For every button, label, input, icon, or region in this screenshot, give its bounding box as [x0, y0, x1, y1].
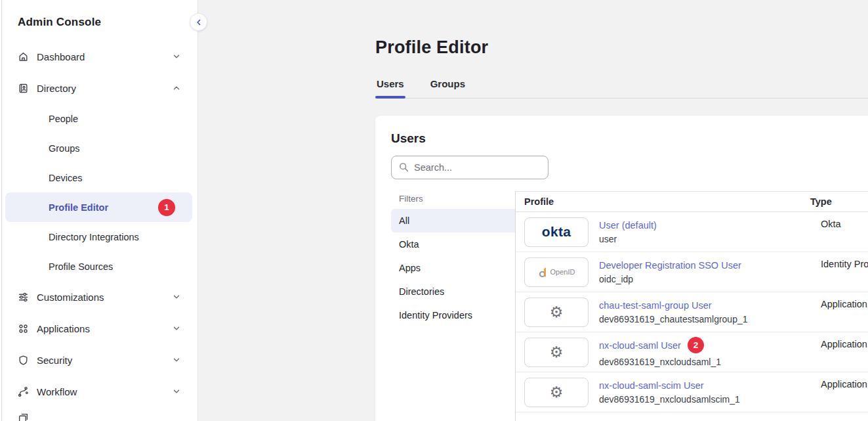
- sidebar: Admin Console Dashboard Directory People…: [0, 0, 198, 421]
- search-box: [391, 156, 548, 179]
- window-edge: [1, 0, 2, 421]
- table-row: ⚙ chau-test-saml-group User dev86931619_…: [516, 292, 868, 332]
- profile-logo-box: ⚙: [524, 378, 589, 407]
- filters-panel: Filters All Okta Apps Directories Identi…: [391, 191, 516, 421]
- sidebar-item-label: Workflow: [37, 386, 77, 397]
- profile-type: Application: [821, 299, 868, 309]
- sidebar-nav: Dashboard Directory People Groups Device…: [0, 29, 197, 421]
- openid-logo: OpenID: [538, 266, 575, 278]
- search-input[interactable]: [391, 156, 548, 179]
- gear-icon: ⚙: [550, 305, 564, 320]
- chevron-up-icon: [172, 83, 181, 93]
- step-badge-1: 1: [158, 199, 175, 216]
- profile-type: Identity Provider: [821, 259, 868, 269]
- sidebar-item-label: Profile Editor: [49, 202, 108, 213]
- home-icon: [18, 51, 29, 62]
- shield-icon: [18, 355, 29, 366]
- profile-id: user: [599, 234, 810, 244]
- table-row: ⚙ nx-cloud-saml-scim User dev86931619_nx…: [516, 372, 868, 412]
- tab-groups[interactable]: Groups: [429, 78, 466, 98]
- profiles-table: Profile Type okta User (default) user Ok…: [516, 191, 868, 421]
- table-header: Profile Type: [516, 192, 868, 212]
- sidebar-item-groups[interactable]: Groups: [5, 133, 192, 163]
- profile-link[interactable]: nx-cloud-saml-scim User: [599, 380, 704, 391]
- chevron-down-icon: [172, 387, 181, 396]
- sidebar-item-label: People: [49, 114, 78, 124]
- profile-link[interactable]: chau-test-saml-group User: [599, 300, 712, 311]
- table-row: okta User (default) user Okta: [516, 212, 868, 252]
- reports-icon: [18, 412, 29, 421]
- sidebar-item-workflow[interactable]: Workflow: [5, 376, 192, 407]
- sidebar-item-label: Groups: [49, 143, 80, 154]
- profile-id: dev86931619_nxcloudsaml_1: [599, 357, 810, 367]
- apps-grid-icon: [18, 323, 29, 334]
- profile-logo-box: ⚙: [524, 298, 589, 327]
- panel-title: Users: [391, 131, 868, 146]
- workflow-icon: [18, 386, 29, 397]
- profile-id: dev86931619_chautestsamlgroup_1: [599, 314, 810, 324]
- filter-apps[interactable]: Apps: [391, 256, 515, 280]
- sidebar-item-profile-sources[interactable]: Profile Sources: [5, 252, 192, 281]
- sidebar-item-people[interactable]: People: [5, 104, 192, 133]
- sidebar-item-label: Devices: [49, 173, 83, 183]
- sidebar-item-reports-partial[interactable]: [5, 412, 192, 421]
- main-content: Profile Editor Users Groups Users Filter…: [198, 0, 868, 421]
- column-header-type: Type: [810, 196, 868, 207]
- sidebar-item-label: Dashboard: [37, 51, 85, 62]
- profile-id: dev86931619_nxcloudsamlscim_1: [599, 394, 810, 405]
- table-row: OpenID Developer Registration SSO User o…: [516, 252, 868, 292]
- directory-icon: [18, 83, 29, 94]
- profile-name-cell: nx-cloud-saml User 2 dev86931619_nxcloud…: [599, 337, 810, 367]
- tab-users[interactable]: Users: [375, 78, 405, 98]
- tab-bar: Users Groups: [375, 78, 868, 99]
- filter-all[interactable]: All: [391, 209, 515, 233]
- sidebar-item-directory-integrations[interactable]: Directory Integrations: [5, 222, 192, 252]
- filters-label: Filters: [391, 194, 515, 204]
- sidebar-collapse-button[interactable]: [190, 13, 207, 31]
- search-icon: [398, 162, 409, 173]
- sidebar-item-label: Security: [37, 355, 72, 366]
- okta-logo: okta: [542, 224, 571, 240]
- sidebar-item-label: Applications: [37, 323, 90, 334]
- sidebar-item-profile-editor[interactable]: Profile Editor 1: [5, 192, 192, 222]
- sliders-icon: [18, 292, 29, 303]
- table-row: ⚙ nx-cloud-saml User 2 dev86931619_nxclo…: [516, 332, 868, 372]
- sidebar-item-customizations[interactable]: Customizations: [5, 281, 192, 313]
- sidebar-item-devices[interactable]: Devices: [5, 163, 192, 192]
- column-header-profile: Profile: [524, 196, 810, 207]
- sidebar-item-security[interactable]: Security: [5, 344, 192, 376]
- sidebar-item-label: Profile Sources: [49, 261, 113, 272]
- chevron-down-icon: [172, 292, 181, 301]
- filter-directories[interactable]: Directories: [391, 280, 515, 303]
- profile-name-cell: nx-cloud-saml-scim User dev86931619_nxcl…: [599, 380, 810, 405]
- panel-body: Filters All Okta Apps Directories Identi…: [391, 191, 868, 421]
- profile-link[interactable]: User (default): [599, 220, 657, 231]
- profile-logo-box: OpenID: [524, 257, 589, 287]
- profile-type: Application: [821, 379, 868, 389]
- sidebar-item-applications[interactable]: Applications: [5, 313, 192, 344]
- step-badge-2: 2: [688, 337, 704, 353]
- sidebar-item-label: Directory: [37, 83, 76, 94]
- profile-logo-box: ⚙: [524, 338, 589, 367]
- filter-identity-providers[interactable]: Identity Providers: [391, 303, 515, 327]
- filter-okta[interactable]: Okta: [391, 233, 515, 256]
- profile-link[interactable]: nx-cloud-saml User: [599, 340, 681, 351]
- app-title: Admin Console: [0, 0, 197, 29]
- chevron-down-icon: [172, 52, 181, 61]
- sidebar-item-label: Directory Integrations: [49, 232, 139, 242]
- gear-icon: ⚙: [550, 345, 564, 360]
- users-panel: Users Filters All Okta Apps Directories …: [375, 116, 868, 421]
- profile-id: oidc_idp: [599, 274, 810, 284]
- gear-icon: ⚙: [550, 385, 564, 400]
- chevron-left-icon: [195, 18, 203, 26]
- openid-logo-text: OpenID: [550, 268, 575, 276]
- profile-name-cell: User (default) user: [599, 220, 810, 244]
- profile-type: Okta: [821, 219, 868, 229]
- profile-type: Application: [821, 339, 868, 349]
- profile-link[interactable]: Developer Registration SSO User: [599, 260, 741, 271]
- sidebar-item-directory[interactable]: Directory: [5, 72, 192, 104]
- sidebar-item-dashboard[interactable]: Dashboard: [5, 41, 192, 72]
- page-title: Profile Editor: [375, 0, 868, 58]
- sidebar-item-label: Customizations: [37, 292, 104, 303]
- chevron-down-icon: [172, 355, 181, 365]
